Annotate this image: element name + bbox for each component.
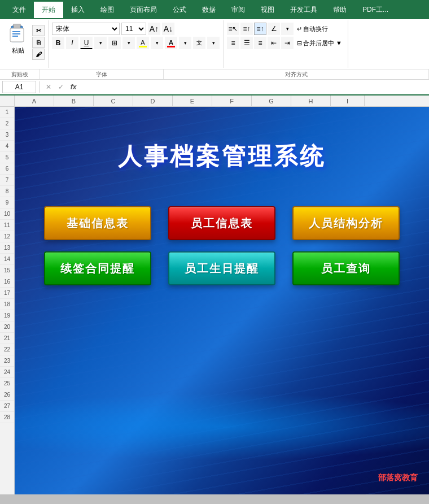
font-increase-button[interactable]: A↑	[148, 23, 160, 35]
cells-area: 人事档案管理系统 基础信息表员工信息表人员结构分析续签合同提醒员工生日提醒员工查…	[15, 107, 429, 494]
menu-btn-基础信息表[interactable]: 基础信息表	[44, 206, 151, 240]
menu-btn-续签合同提醒[interactable]: 续签合同提醒	[44, 251, 151, 285]
tab-help[interactable]: 帮助	[325, 2, 354, 18]
font-color-dropdown[interactable]: ▾	[179, 37, 191, 49]
tab-developer[interactable]: 开发工具	[282, 2, 325, 18]
fx-icon[interactable]: fx	[68, 82, 78, 92]
row-num-5: 5	[0, 152, 14, 163]
buttons-grid: 基础信息表员工信息表人员结构分析续签合同提醒员工生日提醒员工查询	[44, 206, 400, 285]
row-num-12: 12	[0, 231, 14, 242]
tab-draw[interactable]: 绘图	[93, 2, 122, 18]
tab-data[interactable]: 数据	[194, 2, 224, 18]
row-num-19: 19	[0, 310, 14, 321]
row-num-3: 3	[0, 129, 14, 141]
column-headers: ABCDEFGHI	[0, 95, 429, 107]
text-angle-button[interactable]: ∠	[268, 23, 280, 35]
row-num-26: 26	[0, 389, 14, 401]
ribbon: 粘贴 ✂ ⎘ 🖌 宋体 11 A↑ A↓	[0, 19, 429, 80]
align-right-button[interactable]: ≡	[254, 37, 266, 49]
col-header-G: G	[252, 95, 291, 106]
row-num-6: 6	[0, 163, 14, 175]
bg-glow-decoration	[15, 393, 429, 460]
row-num-15: 15	[0, 265, 14, 276]
align-center-button[interactable]: ☰	[240, 37, 253, 49]
menu-btn-员工查询[interactable]: 员工查询	[292, 251, 400, 285]
row-num-20: 20	[0, 321, 14, 333]
svg-rect-2	[10, 28, 24, 42]
tab-insert[interactable]: 插入	[63, 2, 93, 18]
special-format-dropdown[interactable]: ▾	[207, 37, 220, 49]
row-num-27: 27	[0, 401, 14, 412]
row-num-1: 1	[0, 107, 14, 118]
border-dropdown[interactable]: ▾	[122, 37, 135, 49]
increase-indent-button[interactable]: ⇥	[281, 37, 294, 49]
align-top-right-button[interactable]: ≡↑	[254, 23, 266, 35]
align-left-button[interactable]: ≡	[227, 37, 239, 49]
row-num-28: 28	[0, 412, 14, 423]
format-painter-button[interactable]: 🖌	[32, 49, 45, 60]
align-top-center-button[interactable]: ≡↑	[240, 23, 253, 35]
spreadsheet: ABCDEFGHI 123456789101112131415161718192…	[0, 95, 429, 494]
row-numbers: 1234567891011121314151617181920212223242…	[0, 107, 15, 494]
tab-file[interactable]: 文件	[5, 2, 34, 18]
row-num-17: 17	[0, 288, 14, 299]
tab-home[interactable]: 开始	[34, 2, 63, 18]
menu-btn-员工生日提醒[interactable]: 员工生日提醒	[168, 251, 275, 285]
row-num-22: 22	[0, 344, 14, 355]
paste-label: 粘贴	[12, 46, 24, 55]
cancel-icon[interactable]: ✕	[43, 82, 54, 92]
col-header-B: B	[54, 95, 94, 106]
clipboard-label: 剪贴板	[0, 69, 40, 79]
menu-btn-人员结构分析[interactable]: 人员结构分析	[292, 206, 400, 240]
row-num-7: 7	[0, 175, 14, 186]
paste-button[interactable]: 粘贴	[6, 23, 30, 56]
merge-icon: ⊟	[297, 40, 302, 47]
svg-rect-3	[12, 31, 20, 32]
tab-pdf[interactable]: PDF工...	[354, 2, 396, 18]
row-num-9: 9	[0, 197, 14, 208]
tab-review[interactable]: 审阅	[224, 2, 253, 18]
font-name-select[interactable]: 宋体	[52, 23, 120, 35]
formula-input[interactable]	[81, 81, 427, 93]
menu-btn-员工信息表[interactable]: 员工信息表	[168, 206, 275, 240]
merge-button[interactable]: ⊟ 合并后居中 ▼	[295, 37, 344, 49]
copy-button[interactable]: ⎘	[32, 37, 45, 48]
text-angle-dropdown[interactable]: ▾	[281, 23, 294, 35]
italic-button[interactable]: I	[66, 37, 78, 49]
cell-reference-input[interactable]	[2, 81, 36, 93]
row-num-23: 23	[0, 355, 14, 367]
tab-formula[interactable]: 公式	[165, 2, 194, 18]
decrease-indent-button[interactable]: ⇤	[268, 37, 280, 49]
main-title: 人事档案管理系统	[118, 141, 326, 172]
align-row-1: ≡↖ ≡↑ ≡↑ ∠ ▾ ↵ 自动换行	[227, 23, 344, 35]
fill-color-dropdown[interactable]: ▾	[151, 37, 163, 49]
svg-rect-1	[14, 24, 20, 28]
cut-button[interactable]: ✂	[32, 25, 45, 36]
formula-bar: ✕ ✓ fx	[0, 80, 429, 95]
confirm-icon[interactable]: ✓	[56, 82, 66, 92]
wrap-text-button[interactable]: ↵ 自动换行	[295, 23, 330, 35]
font-label: 字体	[40, 69, 164, 79]
col-header-I: I	[331, 95, 365, 106]
font-color-button[interactable]: A	[165, 37, 177, 49]
align-top-left-button[interactable]: ≡↖	[227, 23, 239, 35]
underline-dropdown[interactable]: ▾	[94, 37, 107, 49]
special-format-button[interactable]: 文	[193, 37, 205, 49]
row-num-14: 14	[0, 254, 14, 265]
formula-bar-separator	[40, 81, 40, 93]
font-decrease-button[interactable]: A↓	[162, 23, 174, 35]
font-row-2: B I U ▾ ⊞ ▾ A ▾ A	[52, 37, 220, 49]
row-num-25: 25	[0, 378, 14, 389]
font-size-select[interactable]: 11	[121, 23, 146, 35]
fill-color-button[interactable]: A	[137, 37, 149, 49]
watermark: 部落窝教育	[378, 473, 418, 483]
underline-button[interactable]: U	[80, 37, 93, 49]
tab-page-layout[interactable]: 页面布局	[122, 2, 165, 18]
row-num-13: 13	[0, 242, 14, 254]
row-num-header	[0, 95, 15, 106]
svg-rect-5	[12, 36, 18, 37]
paste-icon	[7, 24, 29, 45]
bold-button[interactable]: B	[52, 37, 64, 49]
border-button[interactable]: ⊞	[108, 37, 121, 49]
tab-view[interactable]: 视图	[253, 2, 282, 18]
